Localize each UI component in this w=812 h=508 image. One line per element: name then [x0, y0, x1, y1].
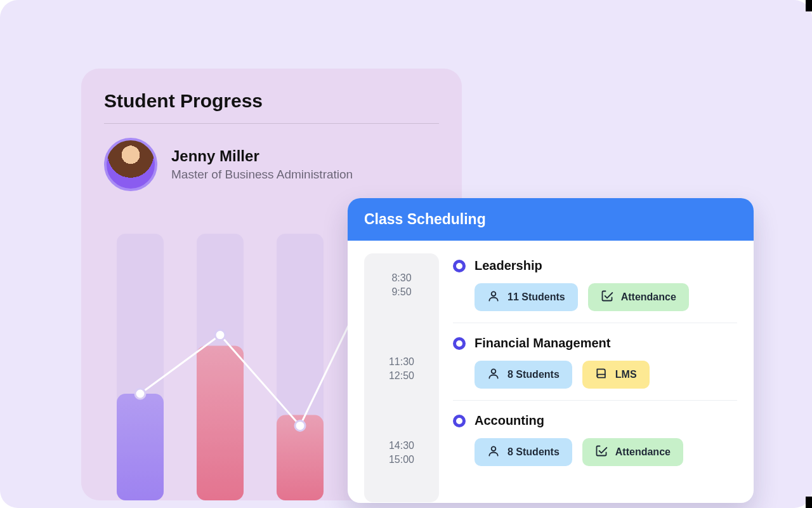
bullet-icon — [453, 415, 466, 427]
class-title: Financial Management — [475, 336, 611, 351]
action-label: Attendance — [615, 446, 671, 458]
class-list: Leadership11 StudentsAttendanceFinancial… — [439, 241, 754, 502]
bar-bg — [277, 234, 324, 500]
svg-point-1 — [492, 369, 496, 373]
students-count: 11 Students — [508, 291, 565, 303]
time-slot: 8:309:50 — [364, 271, 439, 355]
class-title: Leadership — [475, 258, 542, 273]
book-icon — [595, 367, 608, 382]
students-pill[interactable]: 8 Students — [475, 438, 572, 466]
person-icon — [487, 290, 500, 305]
time-slot: 11:3012:50 — [364, 355, 439, 439]
check-icon — [601, 290, 613, 305]
bullet-icon — [453, 337, 466, 350]
trend-point — [215, 330, 225, 340]
class-item[interactable]: Financial Management8 StudentsLMS — [453, 332, 737, 401]
bar-bg — [117, 234, 164, 500]
person-icon — [487, 444, 500, 460]
screenshot-crop-artifact — [806, 497, 812, 508]
stage: Student Progress Jenny Miller Master of … — [0, 0, 812, 508]
avatar — [104, 138, 157, 191]
class-scheduling-title: Class Scheduling — [348, 198, 754, 241]
student-profile: Jenny Miller Master of Business Administ… — [104, 138, 439, 191]
action-label: Attendance — [621, 291, 676, 303]
class-item[interactable]: Leadership11 StudentsAttendance — [453, 255, 737, 323]
student-name: Jenny Miller — [171, 147, 353, 165]
check-icon — [595, 444, 608, 460]
class-scheduling-card: Class Scheduling 8:309:5011:3012:5014:30… — [348, 198, 754, 503]
trend-point — [295, 420, 305, 431]
lms-pill[interactable]: LMS — [582, 361, 650, 389]
svg-point-0 — [492, 291, 496, 296]
svg-point-2 — [492, 446, 496, 451]
class-item[interactable]: Accounting8 StudentsAttendance — [453, 410, 737, 478]
attendance-pill[interactable]: Attendance — [588, 283, 689, 311]
students-count: 8 Students — [508, 446, 560, 458]
student-program: Master of Business Administration — [171, 168, 353, 182]
bullet-icon — [453, 260, 466, 272]
trend-line — [140, 260, 380, 425]
action-label: LMS — [615, 369, 637, 380]
student-progress-title: Student Progress — [104, 90, 439, 124]
time-slot: 14:3015:00 — [364, 439, 439, 503]
students-count: 8 Students — [508, 369, 560, 380]
attendance-pill[interactable]: Attendance — [582, 438, 683, 466]
trend-point — [135, 389, 145, 399]
screenshot-crop-artifact — [806, 0, 812, 11]
person-icon — [487, 367, 500, 382]
students-pill[interactable]: 11 Students — [475, 283, 578, 311]
students-pill[interactable]: 8 Students — [475, 361, 572, 389]
bar-bg — [197, 234, 244, 500]
time-column: 8:309:5011:3012:5014:3015:00 — [364, 253, 439, 502]
class-title: Accounting — [475, 413, 544, 428]
